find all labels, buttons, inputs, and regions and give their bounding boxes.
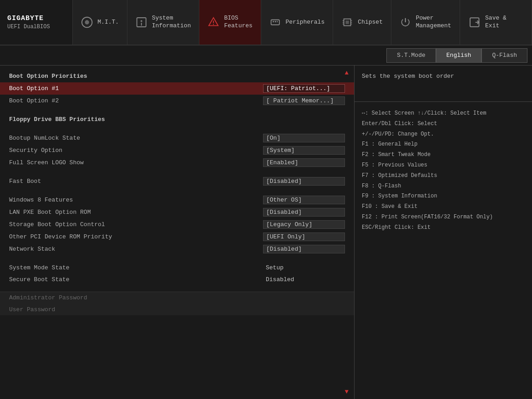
- key-line-11: ESC/Right Click: Exit: [362, 222, 525, 233]
- row-boot-option-1[interactable]: Boot Option #1 [UEFI: Patriot...]: [0, 82, 354, 95]
- row-network-stack-value: [Disabled]: [263, 245, 345, 253]
- key-line-8: F9 : System Information: [362, 191, 525, 202]
- tab-chipset-label: Chipset: [358, 19, 383, 26]
- key-line-7: F8 : Q-Flash: [362, 181, 525, 192]
- key-line-3: F1 : General Help: [362, 139, 525, 150]
- save-exit-icon: [468, 16, 481, 29]
- row-fast-boot-label: Fast Boot: [9, 178, 263, 185]
- row-lan-pxe-value: [Disabled]: [263, 208, 345, 217]
- tab-peripherals[interactable]: Peripherals: [261, 0, 333, 45]
- section-floppy-bbs: Floppy Drive BBS Priorities: [0, 113, 354, 126]
- spacer-5: [0, 255, 354, 262]
- row-boot-option-1-label: Boot Option #1: [9, 85, 263, 92]
- svg-rect-11: [277, 21, 278, 22]
- row-boot-option-2-label: Boot Option #2: [9, 97, 263, 104]
- spacer-6: [0, 285, 354, 292]
- gigabyte-text: GIGABYTE: [7, 15, 44, 22]
- uefi-text: UEFI DualBIOS: [7, 24, 50, 30]
- row-system-mode-value: Setup: [263, 264, 345, 272]
- qflash-button[interactable]: Q-Flash: [481, 48, 527, 63]
- row-boot-option-2[interactable]: Boot Option #2 [ Patriot Memor...]: [0, 95, 354, 107]
- row-win8-label: Windows 8 Features: [9, 197, 263, 203]
- row-win8-value: [Other OS]: [263, 196, 345, 204]
- key-line-5: F5 : Previous Values: [362, 160, 525, 171]
- english-button[interactable]: English: [436, 48, 482, 63]
- tab-system-information[interactable]: SystemInformation: [127, 0, 199, 45]
- row-secure-boot-value: Disabled: [263, 276, 345, 283]
- row-user-password[interactable]: User Password: [0, 303, 354, 315]
- row-logo-show-label: Full Screen LOGO Show: [9, 159, 263, 166]
- main: ▲ Boot Option Priorities Boot Option #1 …: [0, 66, 532, 399]
- row-network-stack[interactable]: Network Stack [Disabled]: [0, 243, 354, 255]
- tab-save-exit-label: Save & Exit: [485, 15, 523, 30]
- left-panel[interactable]: ▲ Boot Option Priorities Boot Option #1 …: [0, 66, 355, 399]
- key-line-10: F12 : Print Screen(FAT16/32 Format Only): [362, 212, 525, 222]
- row-system-mode[interactable]: System Mode State Setup: [0, 262, 354, 273]
- row-boot-option-1-value: [UEFI: Patriot...]: [263, 84, 345, 93]
- row-security-option-value: [System]: [263, 146, 345, 155]
- section-boot-priorities: Boot Option Priorities: [0, 70, 354, 82]
- row-security-option[interactable]: Security Option [System]: [0, 144, 354, 157]
- row-numlock-value: [On]: [263, 134, 345, 142]
- row-user-password-label: User Password: [9, 306, 345, 313]
- row-fast-boot-value: [Disabled]: [263, 177, 345, 186]
- row-lan-pxe-label: LAN PXE Boot Option ROM: [9, 209, 263, 216]
- key-line-2: +/-/PU/PD: Change Opt.: [362, 129, 525, 140]
- tab-power-management[interactable]: PowerManagement: [391, 0, 460, 45]
- spacer-4: [0, 187, 354, 194]
- system-info-icon: [136, 16, 147, 29]
- row-logo-show[interactable]: Full Screen LOGO Show [Enabled]: [0, 157, 354, 169]
- key-line-0: ↔: Select Screen ↑↓/Click: Select Item: [362, 108, 525, 119]
- tab-bios-label: BIOSFeatures: [224, 15, 252, 30]
- svg-rect-10: [275, 21, 276, 22]
- row-network-stack-label: Network Stack: [9, 246, 263, 253]
- row-other-pci-label: Other PCI Device ROM Priority: [9, 233, 263, 240]
- scroll-down-arrow: ▼: [345, 388, 349, 395]
- row-boot-option-2-value: [ Patriot Memor...]: [263, 96, 345, 105]
- tab-bios-features[interactable]: BIOSFeatures: [199, 0, 261, 45]
- key-line-1: Enter/Dbl Click: Select: [362, 119, 525, 129]
- nav-tabs: M.I.T. SystemInformation BIOSFeatures: [73, 0, 532, 45]
- tab-mit[interactable]: M.I.T.: [73, 0, 127, 45]
- header: GIGABYTE UEFI DualBIOS M.I.T. S: [0, 0, 532, 45]
- row-security-option-label: Security Option: [9, 147, 263, 154]
- gigabyte-logo: GIGABYTE UEFI DualBIOS: [7, 15, 50, 30]
- svg-rect-9: [273, 21, 274, 22]
- tab-chipset[interactable]: Chipset: [333, 0, 391, 45]
- stmode-button[interactable]: S.T.Mode: [386, 48, 436, 63]
- row-secure-boot[interactable]: Secure Boot State Disabled: [0, 273, 354, 285]
- row-other-pci[interactable]: Other PCI Device ROM Priority [UEFI Only…: [0, 231, 354, 243]
- spacer-1: [0, 107, 354, 113]
- svg-rect-13: [346, 20, 349, 24]
- row-fast-boot[interactable]: Fast Boot [Disabled]: [0, 175, 354, 187]
- spacer-2: [0, 126, 354, 132]
- logo-area: GIGABYTE UEFI DualBIOS: [0, 0, 73, 45]
- row-admin-password-label: Administrator Password: [9, 294, 345, 301]
- help-text: Sets the system boot order: [355, 66, 532, 102]
- tab-mit-label: M.I.T.: [97, 19, 119, 26]
- row-logo-show-value: [Enabled]: [263, 158, 345, 167]
- row-lan-pxe[interactable]: LAN PXE Boot Option ROM [Disabled]: [0, 206, 354, 218]
- key-line-4: F2 : Smart Tweak Mode: [362, 150, 525, 160]
- row-numlock[interactable]: Bootup NumLock State [On]: [0, 132, 354, 144]
- row-storage-boot[interactable]: Storage Boot Option Control [Legacy Only…: [0, 218, 354, 231]
- row-other-pci-value: [UEFI Only]: [263, 232, 345, 241]
- keyboard-help: ↔: Select Screen ↑↓/Click: Select Item E…: [355, 102, 532, 399]
- chipset-icon: [341, 16, 353, 29]
- row-secure-boot-label: Secure Boot State: [9, 276, 263, 283]
- row-storage-boot-label: Storage Boot Option Control: [9, 221, 263, 228]
- spacer-3: [0, 169, 354, 175]
- svg-point-3: [141, 20, 142, 22]
- tab-system-label: SystemInformation: [152, 15, 191, 30]
- peripherals-icon: [269, 16, 281, 29]
- bios-icon: [208, 16, 219, 29]
- row-numlock-label: Bootup NumLock State: [9, 135, 263, 141]
- row-win8[interactable]: Windows 8 Features [Other OS]: [0, 194, 354, 206]
- tab-power-label: PowerManagement: [416, 15, 451, 30]
- tab-save-exit[interactable]: Save & Exit: [460, 0, 532, 45]
- power-icon: [400, 16, 411, 29]
- tab-peripherals-label: Peripherals: [285, 19, 324, 26]
- row-storage-boot-value: [Legacy Only]: [263, 220, 345, 229]
- scroll-up-arrow: ▲: [345, 69, 349, 76]
- row-admin-password[interactable]: Administrator Password: [0, 292, 354, 303]
